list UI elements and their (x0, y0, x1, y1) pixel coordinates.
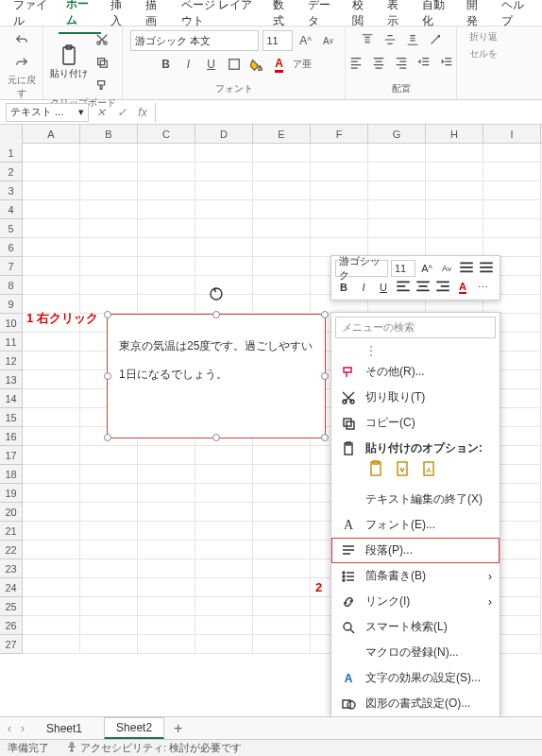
row-header[interactable]: 26 (0, 616, 23, 635)
format-painter-button[interactable] (93, 76, 111, 94)
col-header[interactable]: G (368, 125, 426, 143)
cell[interactable] (195, 635, 253, 654)
row-header[interactable]: 2 (0, 163, 23, 181)
cell[interactable] (23, 163, 80, 181)
confirm-icon[interactable]: ✓ (113, 104, 130, 121)
italic-button[interactable]: I (179, 55, 198, 74)
resize-handle[interactable] (212, 434, 220, 441)
orientation-button[interactable] (426, 30, 445, 49)
cell[interactable] (80, 238, 138, 257)
cell[interactable] (138, 597, 195, 616)
cell[interactable] (138, 465, 195, 484)
cell[interactable] (311, 200, 368, 219)
cell[interactable] (23, 370, 80, 389)
row-header[interactable]: 12 (0, 352, 23, 370)
cell[interactable] (195, 597, 253, 616)
ctx-macro[interactable]: マクロの登録(N)... (331, 640, 500, 665)
cell[interactable] (23, 597, 80, 616)
textbox-content[interactable]: 東京の気温は25度です。過ごしやすい 1日になるでしょう。 (108, 315, 325, 405)
cell[interactable] (253, 541, 311, 559)
cell[interactable] (138, 503, 195, 522)
cell[interactable] (483, 144, 541, 163)
mini-font-select[interactable]: 游ゴシック (335, 260, 388, 277)
ctx-exit-edit[interactable]: テキスト編集の終了(X) (331, 487, 500, 512)
col-header[interactable]: C (138, 125, 195, 143)
cell[interactable] (253, 484, 311, 503)
cell[interactable] (80, 257, 138, 276)
row-header[interactable]: 1 (0, 144, 23, 163)
cell[interactable] (253, 503, 311, 522)
sheet-tab-1[interactable]: Sheet1 (34, 718, 94, 739)
phonetic-button[interactable]: ア亜 (293, 55, 312, 74)
cell[interactable] (195, 257, 253, 276)
cell[interactable] (195, 559, 253, 578)
ctx-link[interactable]: リンク(I) › (331, 589, 500, 614)
cell[interactable] (426, 181, 483, 200)
cell[interactable] (23, 276, 80, 295)
cell[interactable] (23, 446, 80, 465)
cell[interactable] (80, 503, 138, 522)
col-header[interactable]: B (80, 125, 138, 143)
cell[interactable] (23, 465, 80, 484)
cell[interactable] (483, 181, 541, 200)
col-header[interactable]: E (253, 125, 311, 143)
cell[interactable] (23, 257, 80, 276)
cell[interactable] (253, 446, 311, 465)
cell[interactable] (138, 635, 195, 654)
cell[interactable] (80, 446, 138, 465)
cell[interactable] (483, 238, 541, 257)
cell[interactable] (23, 522, 80, 541)
cell[interactable] (23, 408, 80, 427)
align-middle-button[interactable] (381, 30, 399, 49)
name-box[interactable]: テキスト ...▾ (6, 103, 89, 122)
row-header[interactable]: 11 (0, 333, 23, 352)
ctx-cut[interactable]: 切り取り(T) (331, 385, 500, 410)
decrease-indent-button[interactable] (415, 53, 433, 72)
cell[interactable] (368, 163, 426, 181)
cell[interactable] (426, 163, 483, 181)
cell[interactable] (195, 484, 253, 503)
row-header[interactable]: 20 (0, 503, 23, 522)
resize-handle[interactable] (321, 311, 329, 318)
cell[interactable] (138, 181, 195, 200)
cell[interactable] (80, 522, 138, 541)
cell[interactable] (138, 484, 195, 503)
cell[interactable] (23, 144, 80, 163)
col-header[interactable]: F (311, 125, 368, 143)
cell[interactable] (253, 465, 311, 484)
cell[interactable] (80, 616, 138, 635)
cell[interactable] (23, 541, 80, 559)
ctx-bullets[interactable]: 箇条書き(B) › (331, 563, 500, 589)
cell[interactable] (138, 219, 195, 238)
cell[interactable] (23, 333, 80, 352)
cell[interactable] (253, 616, 311, 635)
cell[interactable] (138, 522, 195, 541)
mini-indent-dec[interactable] (458, 260, 475, 277)
cell[interactable] (195, 465, 253, 484)
sheet-nav-next[interactable]: › (21, 722, 25, 735)
cell[interactable] (23, 181, 80, 200)
cell[interactable] (426, 238, 483, 257)
cell[interactable] (195, 163, 253, 181)
cell[interactable] (253, 578, 311, 597)
mini-indent-inc[interactable] (478, 260, 495, 277)
mini-underline[interactable]: U (375, 279, 392, 296)
cell[interactable] (253, 635, 311, 654)
col-header[interactable]: I (483, 125, 541, 143)
ctx-text-effects[interactable]: A 文字の効果の設定(S)... (331, 665, 500, 691)
row-header[interactable]: 3 (0, 181, 23, 200)
row-header[interactable]: 16 (0, 427, 23, 446)
copy-button[interactable] (93, 53, 111, 72)
cell[interactable] (138, 257, 195, 276)
cell[interactable] (426, 144, 483, 163)
context-search-input[interactable]: メニューの検索 (335, 317, 496, 338)
mini-align2[interactable] (415, 279, 432, 296)
cell[interactable] (311, 144, 368, 163)
cell[interactable] (23, 616, 80, 635)
font-size-select[interactable]: 11 (263, 30, 293, 51)
resize-handle[interactable] (104, 434, 111, 441)
resize-handle[interactable] (212, 311, 220, 318)
resize-handle[interactable] (104, 311, 111, 318)
mini-more[interactable]: ⋯ (474, 279, 491, 296)
cell[interactable] (253, 200, 311, 219)
